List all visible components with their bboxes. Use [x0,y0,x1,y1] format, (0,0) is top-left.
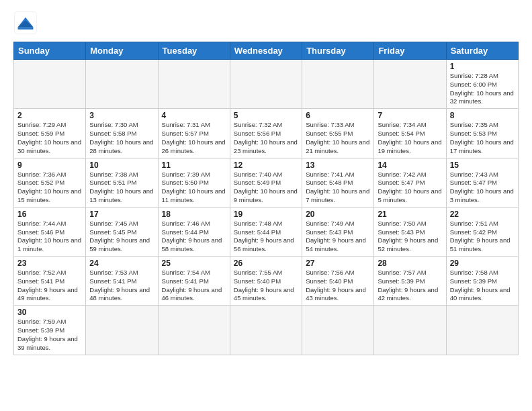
day-cell [230,60,302,109]
day-info: Sunrise: 7:52 AM Sunset: 5:41 PM Dayligh… [17,269,82,303]
weekday-header-friday: Friday [374,42,446,60]
day-cell [302,306,374,355]
day-info: Sunrise: 7:50 AM Sunset: 5:43 PM Dayligh… [378,220,442,254]
weekday-header-saturday: Saturday [446,42,518,60]
day-info: Sunrise: 7:45 AM Sunset: 5:45 PM Dayligh… [89,220,154,254]
day-number: 3 [89,111,154,120]
weekday-header-tuesday: Tuesday [158,42,230,60]
day-cell: 17Sunrise: 7:45 AM Sunset: 5:45 PM Dayli… [86,207,158,256]
day-number: 28 [378,259,442,268]
page: SundayMondayTuesdayWednesdayThursdayFrid… [0,0,532,362]
day-number: 23 [17,259,82,268]
day-info: Sunrise: 7:32 AM Sunset: 5:56 PM Dayligh… [234,121,298,155]
day-number: 18 [162,210,226,219]
day-info: Sunrise: 7:55 AM Sunset: 5:40 PM Dayligh… [234,269,298,303]
week-row-0: 1Sunrise: 7:28 AM Sunset: 6:00 PM Daylig… [14,60,519,109]
day-cell: 10Sunrise: 7:38 AM Sunset: 5:51 PM Dayli… [86,158,158,207]
week-row-4: 23Sunrise: 7:52 AM Sunset: 5:41 PM Dayli… [14,257,519,306]
day-cell: 4Sunrise: 7:31 AM Sunset: 5:57 PM Daylig… [158,109,230,158]
day-number: 26 [234,259,298,268]
day-info: Sunrise: 7:35 AM Sunset: 5:53 PM Dayligh… [450,121,515,155]
day-info: Sunrise: 7:57 AM Sunset: 5:39 PM Dayligh… [378,269,442,303]
day-cell [158,306,230,355]
day-number: 12 [234,161,298,170]
day-info: Sunrise: 7:58 AM Sunset: 5:39 PM Dayligh… [450,269,515,303]
day-number: 19 [234,210,298,219]
day-number: 24 [89,259,154,268]
weekday-header-monday: Monday [86,42,158,60]
day-cell: 8Sunrise: 7:35 AM Sunset: 5:53 PM Daylig… [446,109,518,158]
day-info: Sunrise: 7:53 AM Sunset: 5:41 PM Dayligh… [89,269,154,303]
day-number: 2 [17,111,82,120]
day-number: 8 [450,111,515,120]
svg-rect-3 [18,28,34,30]
day-info: Sunrise: 7:49 AM Sunset: 5:43 PM Dayligh… [306,220,370,254]
day-cell: 21Sunrise: 7:50 AM Sunset: 5:43 PM Dayli… [374,207,446,256]
day-info: Sunrise: 7:46 AM Sunset: 5:44 PM Dayligh… [162,220,226,254]
day-info: Sunrise: 7:44 AM Sunset: 5:46 PM Dayligh… [17,220,82,254]
day-cell: 13Sunrise: 7:41 AM Sunset: 5:48 PM Dayli… [302,158,374,207]
day-number: 25 [162,259,226,268]
day-cell: 19Sunrise: 7:48 AM Sunset: 5:44 PM Dayli… [230,207,302,256]
day-cell: 3Sunrise: 7:30 AM Sunset: 5:58 PM Daylig… [86,109,158,158]
day-number: 20 [306,210,370,219]
day-info: Sunrise: 7:43 AM Sunset: 5:47 PM Dayligh… [450,171,515,205]
generalblue-logo-icon [13,11,38,35]
day-cell: 9Sunrise: 7:36 AM Sunset: 5:52 PM Daylig… [14,158,86,207]
day-number: 30 [17,308,82,317]
day-number: 13 [306,161,370,170]
day-number: 17 [89,210,154,219]
day-info: Sunrise: 7:41 AM Sunset: 5:48 PM Dayligh… [306,171,370,205]
day-info: Sunrise: 7:34 AM Sunset: 5:54 PM Dayligh… [378,121,442,155]
day-info: Sunrise: 7:33 AM Sunset: 5:55 PM Dayligh… [306,121,370,155]
week-row-3: 16Sunrise: 7:44 AM Sunset: 5:46 PM Dayli… [14,207,519,256]
day-cell: 12Sunrise: 7:40 AM Sunset: 5:49 PM Dayli… [230,158,302,207]
day-cell: 18Sunrise: 7:46 AM Sunset: 5:44 PM Dayli… [158,207,230,256]
week-row-1: 2Sunrise: 7:29 AM Sunset: 5:59 PM Daylig… [14,109,519,158]
day-cell: 25Sunrise: 7:54 AM Sunset: 5:41 PM Dayli… [158,257,230,306]
day-number: 29 [450,259,515,268]
day-number: 11 [162,161,226,170]
day-cell [86,306,158,355]
day-cell [14,60,86,109]
calendar: SundayMondayTuesdayWednesdayThursdayFrid… [13,42,519,355]
day-number: 7 [378,111,442,120]
weekday-header-sunday: Sunday [14,42,86,60]
day-cell: 23Sunrise: 7:52 AM Sunset: 5:41 PM Dayli… [14,257,86,306]
day-info: Sunrise: 7:36 AM Sunset: 5:52 PM Dayligh… [17,171,82,205]
day-cell [86,60,158,109]
day-number: 16 [17,210,82,219]
day-info: Sunrise: 7:30 AM Sunset: 5:58 PM Dayligh… [89,121,154,155]
day-info: Sunrise: 7:39 AM Sunset: 5:50 PM Dayligh… [162,171,226,205]
day-cell: 5Sunrise: 7:32 AM Sunset: 5:56 PM Daylig… [230,109,302,158]
week-row-2: 9Sunrise: 7:36 AM Sunset: 5:52 PM Daylig… [14,158,519,207]
day-cell [446,306,518,355]
day-cell [374,306,446,355]
day-info: Sunrise: 7:29 AM Sunset: 5:59 PM Dayligh… [17,121,82,155]
day-number: 6 [306,111,370,120]
day-cell: 27Sunrise: 7:56 AM Sunset: 5:40 PM Dayli… [302,257,374,306]
day-cell: 20Sunrise: 7:49 AM Sunset: 5:43 PM Dayli… [302,207,374,256]
day-number: 15 [450,161,515,170]
header [13,11,519,35]
day-info: Sunrise: 7:54 AM Sunset: 5:41 PM Dayligh… [162,269,226,303]
day-number: 14 [378,161,442,170]
logo [13,11,40,35]
day-info: Sunrise: 7:59 AM Sunset: 5:39 PM Dayligh… [17,318,82,352]
day-cell: 28Sunrise: 7:57 AM Sunset: 5:39 PM Dayli… [374,257,446,306]
day-cell [302,60,374,109]
day-number: 1 [450,62,515,71]
weekday-header-wednesday: Wednesday [230,42,302,60]
day-number: 27 [306,259,370,268]
day-cell [374,60,446,109]
day-info: Sunrise: 7:56 AM Sunset: 5:40 PM Dayligh… [306,269,370,303]
weekday-header-row: SundayMondayTuesdayWednesdayThursdayFrid… [14,42,519,60]
day-number: 5 [234,111,298,120]
day-cell: 24Sunrise: 7:53 AM Sunset: 5:41 PM Dayli… [86,257,158,306]
day-info: Sunrise: 7:51 AM Sunset: 5:42 PM Dayligh… [450,220,515,254]
day-info: Sunrise: 7:38 AM Sunset: 5:51 PM Dayligh… [89,171,154,205]
day-info: Sunrise: 7:28 AM Sunset: 6:00 PM Dayligh… [450,72,515,106]
day-cell [230,306,302,355]
day-info: Sunrise: 7:40 AM Sunset: 5:49 PM Dayligh… [234,171,298,205]
week-row-5: 30Sunrise: 7:59 AM Sunset: 5:39 PM Dayli… [14,306,519,355]
